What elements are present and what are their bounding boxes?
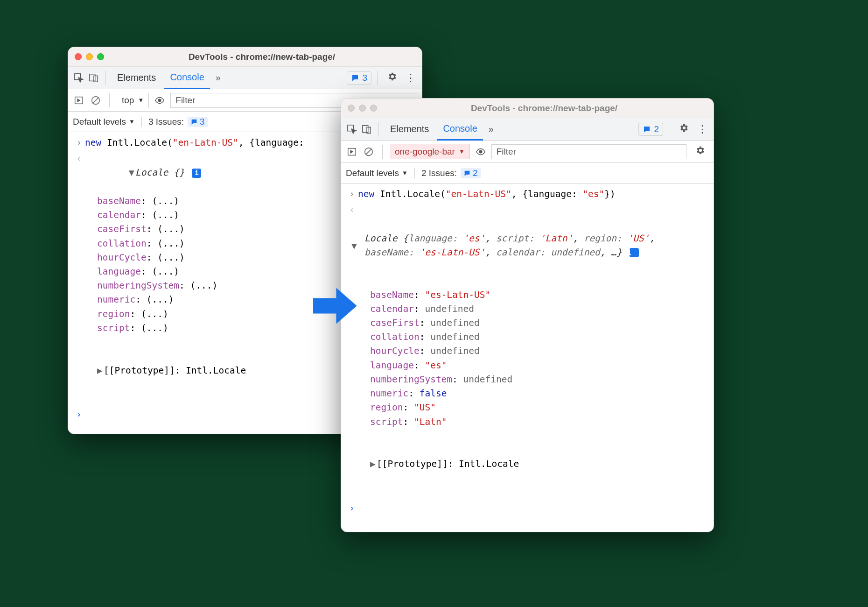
more-tabs-icon[interactable]: » [486, 124, 497, 134]
issues-badge[interactable]: 3 [347, 71, 371, 85]
divider [105, 71, 106, 85]
show-drawer-icon[interactable] [346, 146, 358, 158]
issues-label: 3 Issues: [148, 117, 184, 127]
console-output: › new Intl.Locale("en-Latn-US", {languag… [341, 184, 714, 519]
input-marker-icon: › [73, 136, 85, 150]
transition-arrow-icon [308, 280, 359, 334]
levels-label: Default levels [73, 117, 126, 127]
property-row[interactable]: baseName: "es-Latn-US" [370, 288, 709, 302]
more-tabs-icon[interactable]: » [213, 72, 224, 83]
svg-rect-8 [363, 125, 368, 132]
property-row[interactable]: collation: undefined [370, 330, 709, 344]
context-label: top [122, 95, 134, 106]
live-expression-icon[interactable] [475, 146, 487, 158]
input-marker-icon: › [346, 187, 358, 201]
filter-input[interactable]: Filter [491, 144, 686, 159]
property-row[interactable]: language: "es" [370, 359, 709, 373]
tab-elements[interactable]: Elements [112, 67, 161, 89]
close-button[interactable] [75, 53, 82, 60]
chevron-down-icon: ▼ [129, 118, 135, 125]
tab-console[interactable]: Console [437, 118, 483, 141]
settings-icon[interactable] [675, 123, 693, 136]
divider [378, 122, 379, 136]
titlebar: DevTools - chrome://new-tab-page/ [341, 99, 714, 118]
issues-pill: 2 [461, 168, 481, 178]
zoom-button[interactable] [97, 53, 104, 60]
info-icon[interactable]: i [630, 248, 639, 257]
traffic-lights [348, 105, 377, 112]
zoom-button[interactable] [370, 105, 377, 112]
window-title: DevTools - chrome://new-tab-page/ [381, 103, 707, 113]
property-row[interactable]: region: "US" [370, 401, 709, 415]
property-row[interactable]: calendar: undefined [370, 302, 709, 316]
info-icon[interactable]: i [192, 169, 201, 178]
show-drawer-icon[interactable] [73, 94, 85, 106]
svg-point-6 [159, 99, 161, 102]
main-toolbar: Elements Console » 2 ⋮ [341, 118, 714, 141]
kebab-menu-icon[interactable]: ⋮ [695, 123, 709, 135]
close-button[interactable] [348, 105, 355, 112]
log-levels-selector[interactable]: Default levels ▼ [73, 117, 135, 127]
divider [382, 145, 383, 159]
divider [377, 71, 378, 85]
devtools-window-right: DevTools - chrome://new-tab-page/ Elemen… [341, 98, 714, 532]
property-row[interactable]: script: "Latn" [370, 415, 709, 429]
titlebar: DevTools - chrome://new-tab-page/ [68, 47, 422, 67]
inspect-element-icon[interactable] [346, 123, 358, 135]
inspect-element-icon[interactable] [73, 72, 85, 84]
tab-console[interactable]: Console [164, 67, 210, 89]
console-toolbar: one-google-bar ▼ Filter [341, 141, 714, 163]
result-header: Locale {} [135, 167, 185, 178]
property-row[interactable]: caseFirst: undefined [370, 316, 709, 330]
console-input-row: › new Intl.Locale("en-Latn-US", {languag… [341, 186, 714, 202]
device-toggle-icon[interactable] [88, 72, 100, 84]
divider [669, 122, 669, 136]
log-levels-selector[interactable]: Default levels ▼ [346, 168, 408, 178]
device-toggle-icon[interactable] [361, 123, 373, 135]
chevron-down-icon: ▼ [402, 169, 408, 176]
tab-elements[interactable]: Elements [385, 118, 434, 141]
property-row[interactable]: numeric: false [370, 387, 709, 401]
disclosure-triangle-icon[interactable]: ▼ [129, 166, 135, 180]
chevron-down-icon: ▼ [459, 148, 465, 155]
settings-icon[interactable] [383, 71, 401, 85]
prototype-row[interactable]: ▶[[Prototype]]: Intl.Locale [358, 457, 709, 471]
live-expression-icon[interactable] [154, 94, 166, 106]
console-settings-icon[interactable] [691, 145, 709, 158]
minimize-button[interactable] [86, 53, 93, 60]
property-row[interactable]: numberingSystem: undefined [370, 373, 709, 387]
result-body[interactable]: ▼Locale {language: 'es', script: 'Latn',… [358, 203, 709, 500]
levels-bar: Default levels ▼ 2 Issues: 2 [341, 163, 714, 184]
levels-label: Default levels [346, 168, 399, 178]
minimize-button[interactable] [359, 105, 366, 112]
prompt-input[interactable] [358, 501, 709, 515]
svg-rect-1 [90, 74, 95, 81]
console-prompt-row[interactable]: › [341, 501, 714, 516]
context-selector[interactable]: top ▼ [117, 93, 149, 108]
context-label: one-google-bar [395, 147, 455, 157]
issues-count: 2 [654, 124, 659, 134]
console-input-text[interactable]: new Intl.Locale("en-Latn-US", {language:… [358, 187, 709, 201]
disclosure-triangle-icon[interactable]: ▼ [358, 239, 364, 253]
chevron-down-icon: ▼ [138, 97, 144, 104]
prompt-marker-icon: › [346, 501, 358, 515]
issues-summary[interactable]: 3 Issues: 3 [141, 117, 208, 127]
clear-console-icon[interactable] [363, 146, 375, 158]
issues-label: 2 Issues: [421, 168, 457, 178]
console-result-row: ‹ ▼Locale {language: 'es', script: 'Latn… [341, 202, 714, 501]
window-title: DevTools - chrome://new-tab-page/ [108, 52, 415, 62]
traffic-lights [75, 53, 104, 60]
prompt-marker-icon: › [73, 408, 85, 422]
disclosure-triangle-icon[interactable]: ▶ [97, 364, 104, 378]
issues-badge[interactable]: 2 [638, 123, 663, 136]
issues-summary[interactable]: 2 Issues: 2 [414, 168, 481, 178]
result-summary[interactable]: ▼Locale {language: 'es', script: 'Latn',… [358, 232, 709, 260]
clear-console-icon[interactable] [90, 94, 102, 106]
svg-point-13 [479, 150, 482, 153]
property-row[interactable]: hourCycle: undefined [370, 344, 709, 358]
disclosure-triangle-icon[interactable]: ▶ [370, 457, 377, 471]
context-selector[interactable]: one-google-bar ▼ [390, 144, 470, 159]
kebab-menu-icon[interactable]: ⋮ [404, 72, 417, 84]
main-toolbar: Elements Console » 3 ⋮ [68, 67, 422, 89]
issues-pill: 3 [188, 117, 208, 127]
